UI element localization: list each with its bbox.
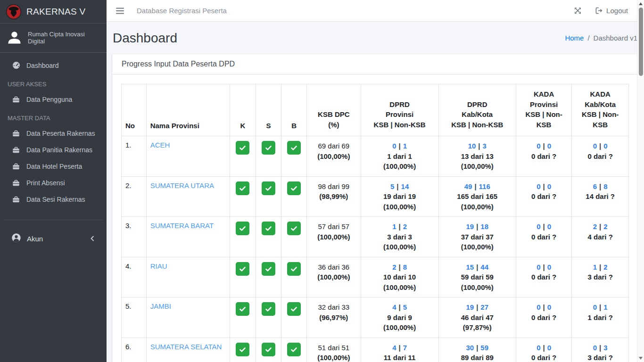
s-check-button[interactable] bbox=[262, 181, 275, 195]
scroll-up-arrow-icon[interactable] bbox=[639, 2, 643, 5]
b-cell bbox=[281, 297, 307, 338]
ksb-count-link[interactable]: 0 bbox=[392, 142, 396, 150]
user-panel[interactable]: Rumah Cipta Inovasi Digital bbox=[0, 24, 107, 53]
non-ksb-count-link[interactable]: 14 bbox=[401, 182, 409, 190]
non-ksb-count-link[interactable]: 8 bbox=[403, 263, 407, 271]
non-ksb-count-link[interactable]: 8 bbox=[603, 182, 607, 190]
province-link[interactable]: SUMATERA SELATAN bbox=[150, 343, 222, 351]
s-check-button[interactable] bbox=[262, 302, 275, 316]
non-ksb-count-link[interactable]: 18 bbox=[480, 222, 488, 230]
non-ksb-count-link[interactable]: 2 bbox=[603, 222, 607, 230]
non-ksb-count-link[interactable]: 5 bbox=[403, 303, 407, 311]
non-ksb-count-link[interactable]: 44 bbox=[480, 263, 488, 271]
b-check-button[interactable] bbox=[287, 302, 301, 316]
non-ksb-count-link[interactable]: 0 bbox=[547, 263, 551, 271]
ksb-dpc-count: 32 dari 33 bbox=[311, 302, 356, 313]
ksb-count-link[interactable]: 0 bbox=[593, 142, 597, 150]
k-check-button[interactable] bbox=[236, 141, 249, 155]
k-check-button[interactable] bbox=[236, 343, 249, 356]
s-check-button[interactable] bbox=[262, 222, 275, 235]
breadcrumb-home-link[interactable]: Home bbox=[565, 34, 584, 42]
ksb-count-link[interactable]: 0 bbox=[537, 182, 540, 190]
non-ksb-count-link[interactable]: 116 bbox=[479, 182, 490, 190]
sidebar-item-data-peserta-rakernas[interactable]: Data Peserta Rakernas bbox=[4, 125, 103, 141]
non-ksb-count-link[interactable]: 2 bbox=[403, 222, 407, 230]
fullscreen-icon[interactable] bbox=[574, 7, 581, 14]
bull-logo-icon bbox=[6, 4, 22, 20]
non-ksb-count-link[interactable]: 0 bbox=[547, 344, 551, 352]
non-ksb-count-link[interactable]: 1 bbox=[403, 142, 407, 150]
sidebar-item-dashboard[interactable]: Dashboard bbox=[4, 57, 103, 74]
province-link[interactable]: SUMATERA BARAT bbox=[150, 222, 214, 230]
ksb-count-link[interactable]: 0 bbox=[537, 303, 540, 311]
header-line: KADA bbox=[520, 89, 568, 99]
non-ksb-count-link[interactable]: 7 bbox=[403, 344, 407, 352]
ksb-count-link[interactable]: 4 bbox=[392, 344, 396, 352]
k-check-button[interactable] bbox=[236, 222, 249, 235]
ksb-count-link[interactable]: 30 bbox=[466, 344, 474, 352]
s-check-button[interactable] bbox=[262, 141, 275, 155]
non-ksb-count-link[interactable]: 3 bbox=[483, 142, 487, 150]
province-link[interactable]: JAMBI bbox=[150, 302, 171, 310]
ksb-count-link[interactable]: 1 bbox=[593, 263, 597, 271]
b-check-button[interactable] bbox=[287, 222, 301, 235]
province-link[interactable]: RIAU bbox=[150, 262, 167, 270]
b-check-button[interactable] bbox=[287, 181, 301, 195]
ksb-count-link[interactable]: 0 bbox=[593, 344, 597, 352]
province-link[interactable]: SUMATERA UTARA bbox=[150, 181, 214, 189]
ksb-count-link[interactable]: 15 bbox=[466, 263, 474, 271]
sidebar-item-data-hotel-peserta[interactable]: Data Hotel Peserta bbox=[4, 158, 103, 174]
non-ksb-count-link[interactable]: 0 bbox=[603, 142, 607, 150]
k-check-button[interactable] bbox=[236, 262, 249, 276]
ksb-count-link[interactable]: 1 bbox=[392, 222, 396, 230]
ksb-count-link[interactable]: 10 bbox=[468, 142, 476, 150]
non-ksb-count-link[interactable]: 3 bbox=[603, 344, 607, 352]
non-ksb-count-link[interactable]: 2 bbox=[603, 263, 607, 271]
sidebar-item-data-sesi-rakernas[interactable]: Data Sesi Rakernas bbox=[4, 191, 103, 207]
header-line: KSB | Non-KSB bbox=[365, 120, 435, 130]
pipe-separator: | bbox=[543, 344, 545, 352]
scroll-down-arrow-icon[interactable] bbox=[639, 357, 643, 360]
ksb-count-link[interactable]: 6 bbox=[593, 182, 597, 190]
s-check-button[interactable] bbox=[262, 262, 275, 276]
ksb-count-link[interactable]: 49 bbox=[464, 182, 472, 190]
ksb-dpc-percent: (100,00%) bbox=[311, 232, 356, 242]
ksb-count-link[interactable]: 0 bbox=[537, 344, 540, 352]
ksb-count-link[interactable]: 0 bbox=[537, 263, 540, 271]
b-check-button[interactable] bbox=[287, 141, 301, 155]
ksb-count-link[interactable]: 2 bbox=[392, 263, 396, 271]
non-ksb-count-link[interactable]: 0 bbox=[547, 222, 551, 230]
logout-button[interactable]: Logout bbox=[595, 7, 628, 15]
ksb-count-link[interactable]: 19 bbox=[466, 222, 474, 230]
hamburger-menu-icon[interactable] bbox=[116, 8, 124, 14]
row-number: 4. bbox=[122, 257, 147, 297]
scrollbar-thumb[interactable] bbox=[639, 8, 643, 76]
ksb-count-link[interactable]: 0 bbox=[537, 142, 540, 150]
k-cell bbox=[230, 217, 256, 257]
non-ksb-count-link[interactable]: 0 bbox=[547, 142, 551, 150]
k-check-button[interactable] bbox=[236, 181, 249, 195]
ksb-count-link[interactable]: 4 bbox=[392, 303, 396, 311]
progress-card: Progress Input Data Peserta DPD No Nama … bbox=[112, 54, 638, 362]
province-link[interactable]: ACEH bbox=[150, 141, 170, 149]
vertical-scrollbar[interactable] bbox=[637, 0, 644, 362]
brand[interactable]: RAKERNAS V bbox=[0, 0, 107, 24]
b-check-button[interactable] bbox=[287, 343, 301, 356]
sidebar-item-akun[interactable]: Akun bbox=[4, 228, 103, 249]
s-check-button[interactable] bbox=[262, 343, 275, 356]
ksb-count-link[interactable]: 2 bbox=[593, 222, 597, 230]
non-ksb-count-link[interactable]: 27 bbox=[480, 303, 488, 311]
non-ksb-count-link[interactable]: 0 bbox=[547, 303, 551, 311]
k-check-button[interactable] bbox=[236, 302, 249, 316]
ksb-count-link[interactable]: 19 bbox=[466, 303, 474, 311]
ksb-count-link[interactable]: 0 bbox=[593, 303, 597, 311]
ksb-count-link[interactable]: 5 bbox=[390, 182, 394, 190]
sidebar-item-data-pengguna[interactable]: Data Pengguna bbox=[4, 91, 103, 107]
non-ksb-count-link[interactable]: 59 bbox=[480, 344, 488, 352]
sidebar-item-print-absensi[interactable]: Print Absensi bbox=[4, 175, 103, 191]
b-check-button[interactable] bbox=[287, 262, 301, 276]
sidebar-item-data-panitia-rakernas[interactable]: Data Panitia Rakernas bbox=[4, 142, 103, 158]
ksb-count-link[interactable]: 0 bbox=[537, 222, 540, 230]
non-ksb-count-link[interactable]: 0 bbox=[547, 182, 551, 190]
non-ksb-count-link[interactable]: 1 bbox=[603, 303, 607, 311]
